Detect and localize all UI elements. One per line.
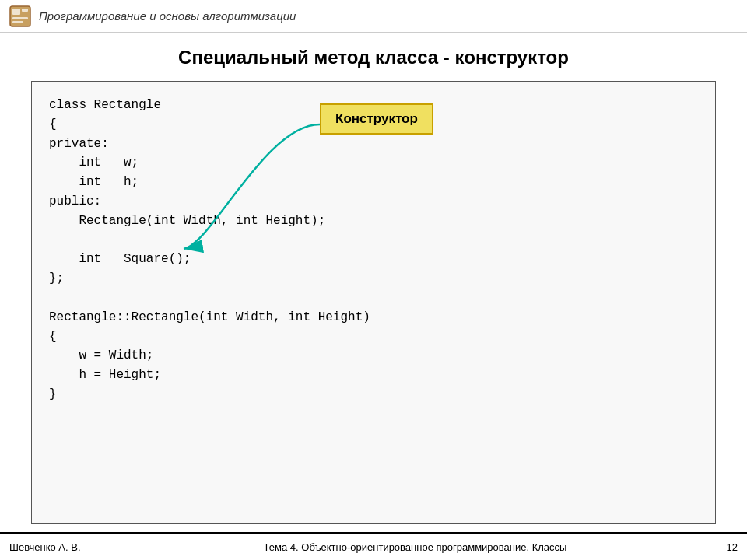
code-block: class Rectangle { private: int w; int h;… <box>49 96 698 404</box>
footer-author: Шевченко А. В. <box>9 541 81 553</box>
svg-rect-4 <box>12 21 23 23</box>
footer-topic: Тема 4. Объектно-ориентированное програм… <box>104 541 727 553</box>
footer: Шевченко А. В. Тема 4. Объектно-ориентир… <box>0 532 747 560</box>
header-title: Программирование и основы алгоритмизации <box>39 9 296 23</box>
slide-title: Специальный метод класса - конструктор <box>31 47 716 68</box>
code-box: class Rectangle { private: int w; int h;… <box>31 81 716 524</box>
svg-rect-2 <box>22 9 28 12</box>
footer-page: 12 <box>727 541 738 553</box>
constructor-label: Конструктор <box>320 103 433 135</box>
header-icon <box>9 5 31 27</box>
header: Программирование и основы алгоритмизации <box>0 0 747 33</box>
svg-rect-1 <box>12 9 20 15</box>
main-content: Специальный метод класса - конструктор c… <box>0 33 747 532</box>
svg-rect-3 <box>12 17 28 19</box>
